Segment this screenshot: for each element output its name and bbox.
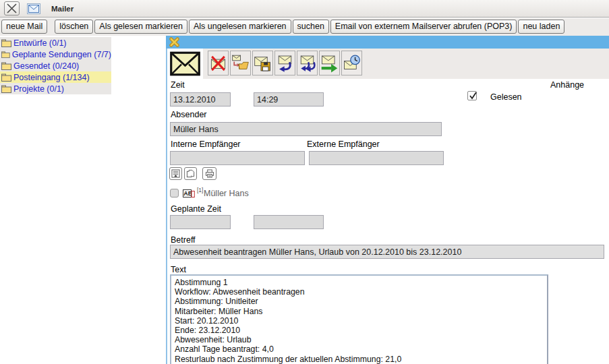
move-to-folder-button[interactable] <box>230 51 251 75</box>
sidebar-item-posteingang[interactable]: Posteingang (1/134) <box>0 71 111 83</box>
mail-save-icon <box>254 54 272 73</box>
reload-button[interactable]: neu laden <box>518 20 564 34</box>
open-mail-envelope-icon[interactable] <box>169 50 201 78</box>
folder-label: Projekte (0/1) <box>13 84 64 94</box>
copy-button[interactable] <box>184 167 197 180</box>
betreff-label: Betreff <box>171 235 196 245</box>
search-button[interactable]: suchen <box>293 20 329 34</box>
sidebar-item-geplante-sendungen[interactable]: Geplante Sendungen (7/7) <box>0 49 111 60</box>
checkmark-icon <box>469 91 477 100</box>
document-lines-up-icon <box>171 169 180 178</box>
date-field[interactable] <box>170 92 231 107</box>
folder-icon <box>1 62 11 70</box>
window-title: Mailer <box>51 5 74 13</box>
copy-pages-icon <box>186 169 195 178</box>
interne-empfaenger-field[interactable] <box>170 151 305 165</box>
sidebar-item-gesendet[interactable]: Gesendet (0/240) <box>0 60 111 71</box>
mail-reply-all-icon <box>298 54 316 73</box>
gelesen-label: Gelesen <box>490 92 522 102</box>
geplante-date-field[interactable] <box>170 215 231 229</box>
mail-panel-titlebar <box>166 36 609 49</box>
zeit-label: Zeit <box>171 80 185 90</box>
panel-close-button[interactable] <box>169 37 179 47</box>
gelesen-checkbox[interactable] <box>467 91 477 100</box>
betreff-field[interactable] <box>170 245 604 259</box>
externe-empfaenger-label: Externe Empfänger <box>307 140 380 149</box>
panel-left-border <box>166 36 167 364</box>
delete-mail-button[interactable] <box>208 51 229 75</box>
anhaenge-label: Anhänge <box>550 80 584 90</box>
absender-label: Absender <box>171 110 207 119</box>
interne-empfaenger-label: Interne Empfänger <box>171 140 241 149</box>
geplante-zeit-label: Geplante Zeit <box>171 204 221 214</box>
print-button[interactable] <box>202 167 216 180</box>
recipient-index: [1] <box>197 187 203 193</box>
folder-label: Gesendet (0/240) <box>13 61 79 71</box>
fetch-pop3-button[interactable]: Email von externem Mailserver abrufen (P… <box>330 20 517 34</box>
geplante-time-field[interactable] <box>254 215 324 229</box>
document-lines-up-button[interactable] <box>169 167 182 180</box>
mark-read-button[interactable]: Als gelesen markieren <box>94 20 187 34</box>
mail-action-toolbar <box>208 51 364 75</box>
externe-empfaenger-field[interactable] <box>309 151 444 165</box>
time-field[interactable] <box>254 92 324 107</box>
message-body-textarea[interactable]: Abstimmung 1 Workflow: Abwesenheit beant… <box>170 274 548 364</box>
folder-sidebar: Entwürfe (0/1) Geplante Sendungen (7/7) … <box>0 37 111 94</box>
main-toolbar: neue Mail löschen Als gelesen markieren … <box>0 18 609 36</box>
sidebar-item-entwuerfe[interactable]: Entwürfe (0/1) <box>0 37 111 49</box>
absender-field[interactable] <box>170 122 442 136</box>
window-close-button[interactable] <box>4 1 20 16</box>
address-book-ab-icon: AB <box>183 189 195 198</box>
mail-move-folder-icon <box>231 54 250 73</box>
mail-schedule-clock-icon <box>343 54 361 73</box>
folder-label: Posteingang (1/134) <box>13 73 90 82</box>
folder-icon <box>1 85 11 93</box>
folder-icon <box>1 73 11 82</box>
reply-all-button[interactable] <box>297 51 318 75</box>
forward-button[interactable] <box>319 51 340 75</box>
folder-label: Geplante Sendungen (7/7) <box>12 50 111 59</box>
mail-delete-icon <box>209 54 227 73</box>
sidebar-item-projekte[interactable]: Projekte (0/1) <box>0 83 111 94</box>
close-x-icon <box>6 3 18 13</box>
recipient-checkbox[interactable] <box>170 189 179 198</box>
delete-button[interactable]: löschen <box>55 20 93 34</box>
mail-forward-icon <box>320 54 339 73</box>
mailer-envelope-icon <box>27 3 40 14</box>
folder-icon <box>1 39 11 47</box>
mark-unread-button[interactable]: Als ungelesen markieren <box>189 20 291 34</box>
reply-button[interactable] <box>274 51 295 75</box>
save-mail-button[interactable] <box>252 51 273 75</box>
new-mail-button[interactable]: neue Mail <box>1 20 47 34</box>
mailer-window: Mailer neue Mail löschen Als gelesen mar… <box>0 0 609 364</box>
folder-label: Entwürfe (0/1) <box>13 38 67 48</box>
text-label: Text <box>171 265 186 274</box>
mail-reply-icon <box>276 54 294 73</box>
printer-icon <box>205 169 214 178</box>
folder-icon <box>1 51 10 59</box>
schedule-send-button[interactable] <box>341 51 362 75</box>
recipient-name: Müller Hans <box>204 189 249 198</box>
window-titlebar: Mailer <box>0 0 609 18</box>
